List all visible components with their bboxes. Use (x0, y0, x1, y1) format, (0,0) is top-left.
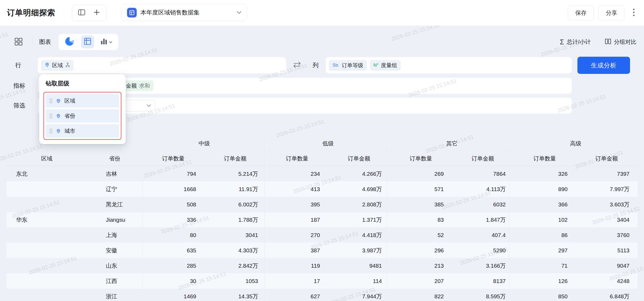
dataset-selector[interactable]: 本年度区域销售数据集 (121, 4, 247, 21)
row-shelf[interactable]: 区域 (38, 57, 286, 74)
value-cell: 80 (142, 227, 204, 243)
watermark-text: 2026-02-25 15:14:51 (276, 118, 325, 139)
region-cell[interactable] (6, 243, 87, 258)
province-cell[interactable]: 辽宁 (87, 181, 142, 197)
province-cell[interactable]: Jiangsu (87, 212, 142, 227)
value-cell: 3404 (576, 212, 638, 227)
province-cell[interactable]: 上海 (87, 227, 142, 243)
province-cell[interactable]: 吉林 (87, 166, 142, 181)
measure-header[interactable]: 订单金额 (452, 151, 514, 166)
drill-hierarchy-list: 区域省份城市 (44, 92, 121, 140)
chart-type-pie-button[interactable] (64, 36, 75, 48)
chart-type-switcher (59, 34, 118, 50)
location-pin-icon (56, 113, 61, 119)
share-button[interactable]: 分享 (598, 5, 625, 20)
swap-icon (292, 61, 302, 69)
region-cell[interactable] (6, 181, 87, 197)
drill-item[interactable]: 省份 (46, 109, 119, 123)
watermark-text: 2026-02-25 15:14:51 (241, 26, 291, 27)
more-menu-button[interactable] (629, 5, 639, 20)
add-button[interactable] (91, 7, 102, 19)
province-cell[interactable]: 山东 (87, 258, 142, 273)
measure-header[interactable]: 订单金额 (328, 151, 390, 166)
drill-item[interactable]: 区域 (46, 94, 119, 108)
measure-header[interactable]: 订单金额 (576, 151, 638, 166)
group-header[interactable]: 其它 (390, 136, 514, 151)
value-cell: 3.166万 (452, 258, 514, 273)
value-cell: 17 (266, 273, 328, 289)
header-actions: 保存 分享 (568, 0, 639, 26)
column-field-pill[interactable]: Str. 订单等级 (329, 60, 367, 71)
province-cell[interactable]: 黑龙江 (87, 197, 142, 212)
measure-header[interactable]: 订单数量 (266, 151, 328, 166)
value-cell: 1.847万 (452, 212, 514, 227)
view-button-group (72, 5, 106, 21)
value-cell: 5113 (576, 243, 638, 258)
metrics-shelf-label: 指标 (13, 77, 25, 94)
region-cell[interactable] (6, 227, 87, 243)
region-cell[interactable]: 华东 (6, 212, 87, 227)
measure-header[interactable]: 订单数量 (514, 151, 576, 166)
value-cell: 794 (142, 166, 204, 181)
table-header-divider (6, 166, 638, 166)
region-cell[interactable]: 东北 (6, 166, 87, 181)
column-field-pill[interactable]: N° 度量组 (370, 60, 401, 71)
value-cell: 5.214万 (204, 166, 266, 181)
value-cell: 6.848万 (576, 289, 638, 301)
region-cell[interactable] (6, 197, 87, 212)
value-cell: 413 (266, 181, 328, 197)
value-cell: 3041 (204, 227, 266, 243)
total-subtotal-button[interactable]: Σ 总计/小计 (560, 38, 591, 46)
string-type-icon: Str. (332, 63, 339, 68)
value-cell: 387 (266, 243, 328, 258)
value-cell: 407.4 (452, 227, 514, 243)
value-cell: 3760 (576, 227, 638, 243)
column-shelf[interactable]: Str. 订单等级 N° 度量组 (325, 57, 572, 74)
chart-type-bar-button[interactable] (100, 38, 112, 46)
value-cell: 7864 (452, 166, 514, 181)
province-cell[interactable]: 安徽 (87, 243, 142, 258)
save-button[interactable]: 保存 (568, 5, 594, 20)
value-cell: 8137 (452, 273, 514, 289)
layout-grid-button[interactable] (15, 38, 23, 47)
kebab-icon (633, 9, 635, 17)
group-compare-button[interactable]: 分组对比 (605, 38, 636, 46)
row-field-pill[interactable]: 区域 (41, 60, 74, 71)
metric-pill[interactable]: 金额 求和 (122, 80, 153, 91)
metric-aggregation: 求和 (139, 82, 150, 89)
value-cell: 5290 (452, 243, 514, 258)
region-cell[interactable] (6, 273, 87, 289)
drill-item[interactable]: 城市 (46, 124, 119, 138)
province-cell[interactable]: 浙江 (87, 289, 142, 301)
group-header[interactable]: 低级 (266, 136, 390, 151)
value-cell: 1668 (142, 181, 204, 197)
bar-chart-icon (100, 38, 107, 46)
watermark-text: 2026-02-25 15:14:51 (391, 26, 440, 42)
province-cell[interactable]: 江西 (87, 273, 142, 289)
region-cell[interactable] (6, 258, 87, 273)
drill-down-icon[interactable] (65, 62, 70, 69)
drag-handle-icon[interactable] (49, 114, 52, 118)
swap-axes-button[interactable] (292, 60, 302, 70)
measure-header[interactable]: 订单金额 (204, 151, 266, 166)
value-cell: 213 (390, 258, 452, 273)
chart-type-table-button[interactable] (81, 35, 94, 48)
generate-analysis-button[interactable]: 生成分析 (577, 57, 630, 74)
split-view-button[interactable] (76, 7, 87, 19)
location-pin-icon (56, 98, 61, 103)
drag-handle-icon[interactable] (49, 99, 52, 103)
drill-item-label: 区域 (64, 97, 75, 105)
value-cell: 234 (266, 166, 328, 181)
measure-header[interactable]: 订单数量 (390, 151, 452, 166)
table-column-divider (142, 136, 143, 301)
drag-handle-icon[interactable] (49, 129, 52, 133)
region-cell[interactable] (6, 289, 87, 301)
group-header[interactable]: 中级 (142, 136, 266, 151)
region-header: 区域 (6, 151, 87, 166)
value-cell: 119 (266, 258, 328, 273)
plus-icon (93, 9, 100, 17)
group-header[interactable]: 高级 (514, 136, 638, 151)
measure-header[interactable]: 订单数量 (142, 151, 204, 166)
value-cell: 11.91万 (204, 181, 266, 197)
value-cell: 7.997万 (576, 181, 638, 197)
